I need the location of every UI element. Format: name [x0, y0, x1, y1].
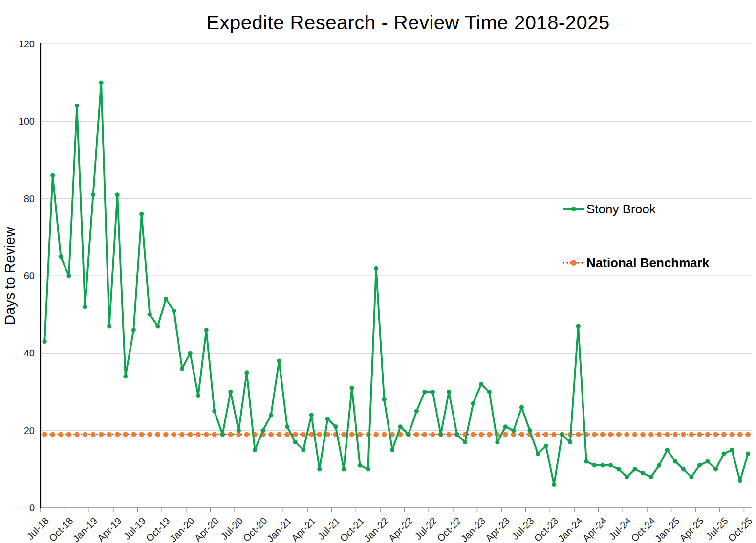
legend-item-stony-brook: Stony Brook: [563, 199, 709, 219]
stony-brook-line: [44, 83, 748, 484]
benchmark-marker: [293, 432, 298, 437]
benchmark-marker: [301, 432, 306, 437]
stony-brook-marker: [333, 424, 338, 429]
benchmark-marker: [471, 432, 475, 437]
stony-brook-marker: [349, 386, 354, 390]
stony-brook-marker: [115, 192, 120, 197]
stony-brook-marker: [317, 467, 322, 471]
stony-brook-marker: [91, 192, 95, 197]
x-tick-label: Jul-18: [24, 515, 51, 542]
legend-label-stony-brook: Stony Brook: [586, 202, 656, 217]
stony-brook-marker: [66, 273, 71, 278]
stony-brook-marker: [59, 254, 63, 259]
stony-brook-marker: [730, 448, 734, 452]
benchmark-marker: [50, 432, 55, 437]
benchmark-marker: [90, 432, 95, 437]
stony-brook-marker: [519, 405, 524, 410]
stony-brook-marker: [139, 212, 144, 216]
stony-brook-marker: [309, 413, 314, 417]
x-tick-label: Jul-25: [704, 515, 730, 542]
stony-brook-marker: [260, 428, 265, 433]
stony-brook-marker: [188, 351, 192, 355]
stony-brook-marker: [398, 424, 403, 429]
y-tick-label: 0: [29, 502, 35, 513]
stony-brook-marker: [83, 305, 87, 309]
benchmark-marker: [349, 432, 354, 437]
stony-brook-marker: [148, 313, 152, 317]
stony-brook-marker: [705, 459, 710, 463]
stony-brook-marker: [301, 448, 305, 452]
benchmark-marker: [188, 432, 193, 437]
benchmark-marker: [737, 432, 742, 437]
stony-brook-marker: [50, 173, 55, 178]
benchmark-marker: [681, 432, 686, 437]
stony-brook-marker: [431, 390, 435, 394]
x-tick-label: Apr-20: [193, 515, 221, 543]
benchmark-marker: [721, 432, 726, 437]
stony-brook-marker: [608, 463, 613, 467]
stony-brook-marker: [422, 390, 427, 394]
benchmark-marker: [155, 432, 160, 437]
stony-brook-marker: [204, 328, 209, 332]
stony-brook-marker: [99, 81, 103, 85]
benchmark-marker: [131, 432, 136, 437]
x-tick-label: Oct-19: [144, 515, 172, 543]
benchmark-marker: [543, 432, 548, 437]
stony-brook-marker: [358, 463, 362, 467]
benchmark-marker: [212, 432, 217, 437]
stony-brook-marker: [576, 324, 581, 328]
benchmark-marker: [519, 432, 524, 437]
stony-brook-legend-swatch: [563, 206, 584, 212]
benchmark-marker: [665, 432, 670, 437]
benchmark-marker: [487, 432, 492, 437]
legend: Stony Brook National Benchmark: [563, 199, 709, 272]
stony-brook-marker: [665, 448, 670, 452]
stony-brook-marker: [689, 475, 693, 479]
stony-brook-marker: [382, 397, 387, 402]
y-tick-label: 80: [24, 193, 35, 204]
x-tick-label: Jan-19: [71, 515, 100, 543]
stony-brook-marker: [592, 463, 597, 467]
stony-brook-marker: [527, 428, 532, 433]
x-tick-label: Apr-22: [387, 515, 415, 543]
stony-brook-marker: [479, 382, 483, 386]
benchmark-marker: [632, 432, 637, 437]
x-tick-label: Jan-21: [265, 515, 294, 543]
stony-brook-marker: [172, 309, 176, 313]
benchmark-marker: [382, 432, 387, 437]
benchmark-marker: [172, 432, 176, 437]
stony-brook-marker: [180, 366, 184, 371]
y-axis-title: Days to Review: [2, 226, 18, 325]
stony-brook-marker: [244, 370, 249, 375]
benchmark-marker: [268, 432, 273, 437]
benchmark-marker: [657, 432, 662, 437]
benchmark-marker: [422, 432, 427, 437]
x-tick-label: Jan-20: [168, 515, 196, 543]
x-tick-label: Jul-24: [606, 515, 633, 542]
benchmark-marker: [600, 432, 605, 437]
stony-brook-marker: [738, 479, 742, 483]
x-tick-label: Oct-23: [532, 515, 560, 543]
x-tick-label: Jul-22: [412, 515, 439, 542]
stony-brook-marker: [673, 459, 677, 463]
benchmark-marker: [139, 432, 144, 437]
stony-brook-marker: [237, 428, 241, 433]
x-tick-label: Jan-22: [362, 515, 390, 543]
stony-brook-marker: [325, 417, 330, 421]
x-tick-label: Apr-25: [677, 515, 706, 543]
x-tick-label: Jan-23: [459, 515, 488, 543]
x-tick-label: Jul-19: [122, 515, 148, 542]
stony-brook-marker: [471, 401, 475, 406]
benchmark-marker: [115, 432, 120, 437]
stony-brook-marker: [454, 432, 459, 437]
stony-brook-marker: [269, 413, 273, 417]
x-tick-label: Oct-25: [726, 515, 755, 543]
benchmark-marker: [83, 432, 87, 437]
y-tick-label: 40: [24, 348, 35, 358]
x-tick-label: Apr-24: [581, 515, 609, 543]
stony-brook-marker: [131, 328, 136, 332]
x-tick-label: Jul-23: [510, 515, 536, 542]
legend-item-national-benchmark: National Benchmark: [563, 253, 709, 272]
benchmark-marker: [713, 432, 718, 437]
y-tick-label: 20: [24, 425, 35, 436]
